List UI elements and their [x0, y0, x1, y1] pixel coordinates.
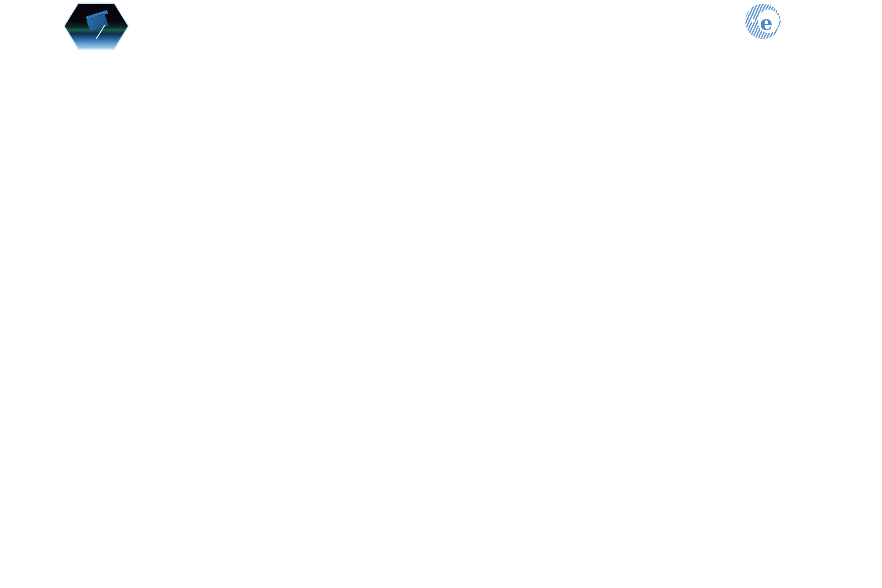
esa-dot [751, 19, 755, 23]
cassiope-mission-patch [64, 2, 128, 50]
esa-logo: e [745, 3, 878, 40]
esa-e-glyph: e [760, 11, 772, 34]
